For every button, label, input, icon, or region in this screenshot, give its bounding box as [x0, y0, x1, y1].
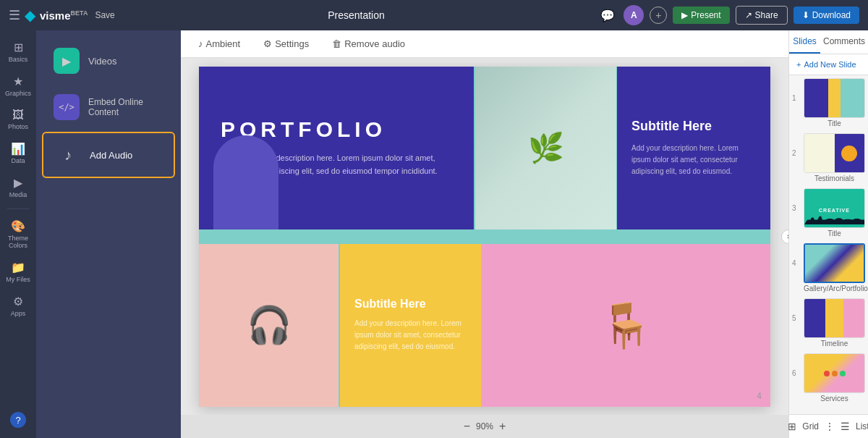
presentation-title: Presentation — [124, 9, 589, 21]
sidebar-item-basics[interactable]: ⊞ Basics — [2, 36, 34, 67]
canvas-area: ♪ Ambient ⚙ Settings 🗑 Remove audio PORT… — [181, 30, 788, 438]
slide-thumbnail-1[interactable] — [804, 78, 865, 118]
sidebar-item-theme-colors[interactable]: 🎨 Theme Colors — [2, 215, 34, 253]
menu-icon[interactable]: ☰ — [9, 7, 20, 23]
slide-thumb-2[interactable]: 2 Testimonials — [792, 133, 865, 182]
slide-portfolio-block: PORTFOLIO Add your detail description he… — [199, 67, 474, 229]
remove-audio-button[interactable]: 🗑 Remove audio — [326, 35, 411, 52]
share-icon: ↗ — [745, 10, 752, 20]
slide-num-4: 4 — [792, 259, 801, 267]
sidebar-item-graphics[interactable]: ★ Graphics — [2, 70, 34, 101]
play-icon: ▶ — [681, 10, 688, 20]
sidebar-item-data[interactable]: 📊 Data — [2, 138, 34, 169]
slide-thumb-5[interactable]: 5 Timeline — [792, 298, 865, 348]
sidebar-item-help[interactable]: ? — [2, 408, 34, 432]
panel-item-videos[interactable]: ▶ Videos — [42, 39, 175, 83]
slide-number: 4 — [757, 391, 762, 401]
subtitle2-desc: Add your description here. Lorem ipsum d… — [354, 318, 467, 353]
save-button[interactable]: Save — [95, 10, 114, 20]
canvas-bottom-bar: − 90% + — [181, 415, 788, 438]
grid-label: Grid — [802, 421, 819, 431]
slides-view-toggle: ⊞ Grid ⋮ ☰ List — [789, 414, 868, 438]
slide-num-3: 3 — [792, 204, 801, 212]
panel-collapse-button[interactable]: › — [781, 229, 788, 244]
slide-thumb-3[interactable]: 3 CREATIVE Title — [792, 188, 865, 237]
topbar: ☰ ◆ vismeBETA Save Presentation 💬 A + ▶ … — [0, 0, 868, 30]
present-button[interactable]: ▶ Present — [673, 7, 729, 24]
ambient-button[interactable]: ♪ Ambient — [192, 35, 246, 52]
slide-thumb-4[interactable]: 4 Gallery/Arc/Portfolio... — [792, 243, 865, 292]
embed-icon: </> — [54, 94, 80, 120]
slide-canvas[interactable]: PORTFOLIO Add your detail description he… — [199, 67, 770, 407]
topbar-right: 💬 A + ▶ Present ↗ Share ⬇ Download — [597, 5, 859, 25]
grid-view-button[interactable]: ⊞ — [788, 421, 796, 432]
slide-num-6: 6 — [792, 369, 801, 377]
tab-comments[interactable]: Comments — [820, 30, 868, 54]
zoom-in-button[interactable]: + — [499, 420, 506, 433]
add-collaborator-button[interactable]: + — [650, 7, 667, 24]
chair-image: 🪑 — [599, 300, 653, 351]
slide-num-2: 2 — [792, 149, 801, 157]
creative-text: CREATIVE — [819, 208, 850, 213]
videos-icon: ▶ — [54, 48, 80, 74]
chat-icon-button[interactable]: 💬 — [597, 6, 618, 25]
slide-thumb-label-2: Testimonials — [792, 174, 865, 182]
slide-headphones-block: 🎧 — [199, 244, 339, 407]
tab-slides[interactable]: Slides — [789, 30, 820, 54]
right-panel: Slides Comments + Add New Slide 1 Title — [788, 30, 868, 438]
sidebar-item-media[interactable]: ▶ Media — [2, 172, 34, 203]
photos-icon: 🖼 — [12, 109, 24, 122]
list-view-button[interactable]: ☰ — [841, 421, 850, 432]
headphones-image: 🎧 — [247, 304, 292, 346]
slide-subtitle-block: Subtitle Here Add your description here.… — [617, 67, 770, 229]
slide-num-1: 1 — [792, 94, 801, 102]
settings-icon: ⚙ — [263, 38, 272, 49]
share-button[interactable]: ↗ Share — [736, 6, 788, 25]
music-icon: ♪ — [198, 38, 203, 49]
zoom-out-button[interactable]: − — [464, 420, 470, 433]
media-panel: ▶ Videos </> Embed Online Content ♪ Add … — [36, 30, 181, 438]
settings-button[interactable]: ⚙ Settings — [258, 35, 315, 52]
slide-thumbnail-3[interactable]: CREATIVE — [804, 188, 865, 228]
left-sidebar: ⊞ Basics ★ Graphics 🖼 Photos 📊 Data ▶ Me… — [0, 30, 36, 438]
slides-list: 1 Title 2 — [789, 75, 868, 414]
slide-thumb-label-1: Title — [792, 119, 865, 127]
city-silhouette — [804, 213, 864, 224]
logo-text: vismeBETA — [40, 9, 88, 22]
slide-chair-block: 🪑 — [481, 244, 770, 407]
slide-thumbnail-2[interactable] — [804, 133, 865, 173]
slide-thumbnail-6[interactable] — [804, 353, 865, 393]
trash-icon: 🗑 — [332, 38, 341, 49]
basics-icon: ⊞ — [14, 41, 23, 54]
slide-thumb-label-4: Gallery/Arc/Portfolio... — [792, 285, 865, 292]
slide-floral-block: 🌿 — [475, 67, 616, 229]
download-icon: ⬇ — [802, 10, 809, 20]
add-new-slide-button[interactable]: + Add New Slide — [789, 54, 868, 75]
slide-thumb-1[interactable]: 1 Title — [792, 78, 865, 127]
apps-icon: ⚙ — [13, 295, 23, 308]
media-icon: ▶ — [14, 176, 22, 190]
slide-thumbnail-4[interactable] — [804, 243, 865, 283]
help-icon: ? — [10, 412, 26, 428]
sidebar-item-photos[interactable]: 🖼 Photos — [2, 104, 34, 135]
canvas-wrapper: PORTFOLIO Add your detail description he… — [181, 58, 788, 415]
panel-item-embed[interactable]: </> Embed Online Content — [42, 85, 175, 129]
download-button[interactable]: ⬇ Download — [793, 7, 859, 24]
subtitle-desc: Add your description here. Lorem ipsum d… — [631, 143, 756, 177]
slide-thumbnail-5[interactable] — [804, 298, 865, 338]
subtitle2-heading: Subtitle Here — [354, 298, 467, 311]
slide-thumb-6[interactable]: 6 Services — [792, 353, 865, 403]
more-options-button[interactable]: ⋮ — [825, 421, 835, 432]
visme-logo-icon: ◆ — [25, 7, 35, 24]
canvas-toolbar: ♪ Ambient ⚙ Settings 🗑 Remove audio — [181, 30, 788, 58]
sidebar-item-my-files[interactable]: 📁 My Files — [2, 256, 34, 287]
panel-item-audio[interactable]: ♪ Add Audio — [42, 132, 175, 178]
slide-num-5: 5 — [792, 314, 801, 322]
floral-image: 🌿 — [475, 67, 616, 229]
main-area: ⊞ Basics ★ Graphics 🖼 Photos 📊 Data ▶ Me… — [0, 30, 868, 438]
slide-thumb-label-3: Title — [792, 229, 865, 237]
slide-thumb-label-5: Timeline — [792, 340, 865, 348]
sidebar-item-apps[interactable]: ⚙ Apps — [2, 290, 34, 321]
avatar: A — [624, 5, 644, 25]
theme-colors-icon: 🎨 — [11, 219, 25, 233]
